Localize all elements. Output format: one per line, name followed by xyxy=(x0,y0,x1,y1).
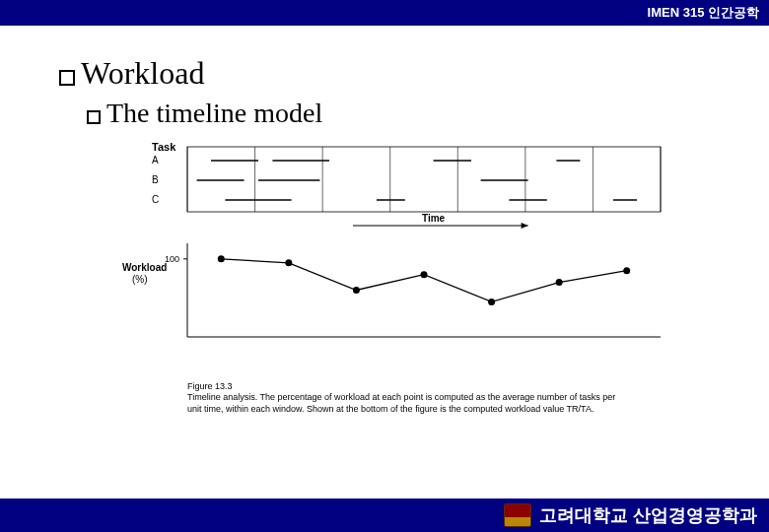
figure-caption: Figure 13.3 Timeline analysis. The perce… xyxy=(187,381,621,415)
course-code: IMEN 315 인간공학 xyxy=(648,4,759,22)
svg-text:(%): (%) xyxy=(132,274,148,285)
svg-text:Time: Time xyxy=(422,213,446,224)
svg-point-37 xyxy=(488,299,495,305)
square-bullet-icon xyxy=(59,70,75,86)
svg-point-36 xyxy=(421,271,428,278)
slide-content: Workload The timeline model TaskABCTimeW… xyxy=(0,26,769,415)
svg-text:100: 100 xyxy=(165,254,179,264)
timeline-chart: TaskABCTimeWorkload(%)100 xyxy=(118,141,670,367)
svg-point-39 xyxy=(623,267,630,274)
figure: TaskABCTimeWorkload(%)100 Figure 13.3 Ti… xyxy=(118,141,670,415)
caption-body: Timeline analysis. The percentage of wor… xyxy=(187,392,615,413)
svg-point-38 xyxy=(556,279,563,286)
svg-point-34 xyxy=(285,259,292,266)
heading-timeline-model: The timeline model xyxy=(87,98,720,129)
subheading-text: The timeline model xyxy=(106,98,322,129)
university-logo-icon xyxy=(504,503,531,527)
heading-text: Workload xyxy=(81,55,204,92)
caption-title: Figure 13.3 xyxy=(187,381,621,392)
footer-bar: 고려대학교 산업경영공학과 xyxy=(0,499,769,532)
svg-rect-23 xyxy=(187,147,661,212)
svg-text:A: A xyxy=(152,155,159,166)
header-bar: IMEN 315 인간공학 xyxy=(0,0,769,26)
svg-point-33 xyxy=(218,255,225,262)
university-name: 고려대학교 산업경영공학과 xyxy=(539,503,757,527)
svg-text:Workload: Workload xyxy=(122,262,167,273)
svg-marker-25 xyxy=(522,223,528,229)
heading-workload: Workload xyxy=(59,55,720,92)
svg-text:B: B xyxy=(152,174,159,185)
square-bullet-icon xyxy=(87,110,101,124)
svg-text:C: C xyxy=(152,194,159,205)
svg-point-35 xyxy=(353,287,360,294)
svg-text:Task: Task xyxy=(152,141,176,153)
